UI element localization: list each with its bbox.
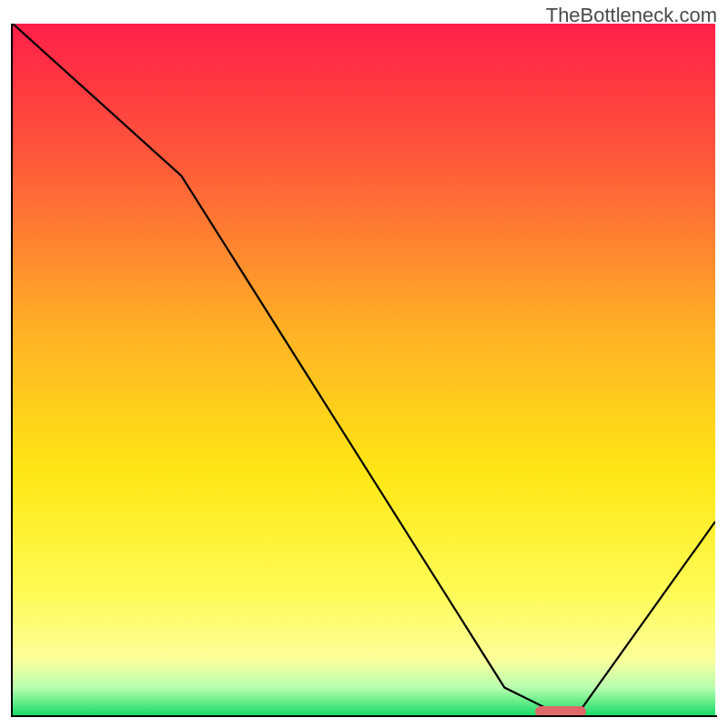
y-axis-line	[11, 24, 13, 717]
watermark-text: TheBottleneck.com	[546, 4, 717, 27]
chart-plot-area	[13, 24, 715, 715]
x-axis-line	[11, 715, 717, 717]
bottleneck-curve	[13, 24, 715, 715]
